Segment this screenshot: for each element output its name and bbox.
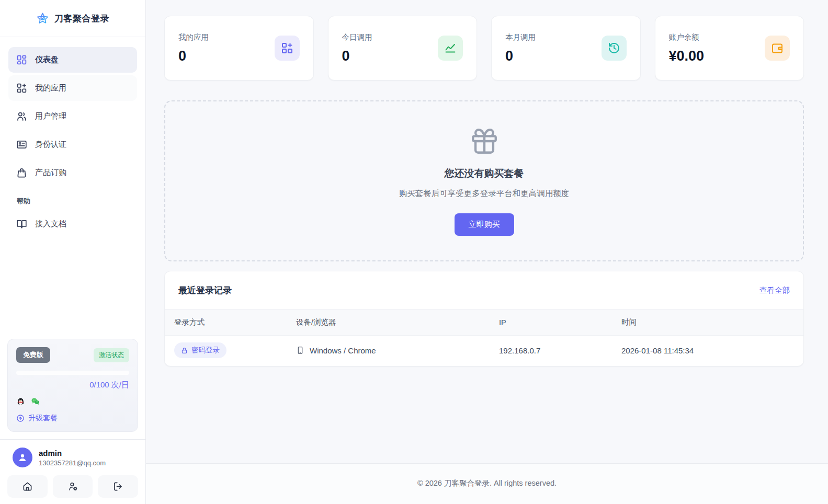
sidebar-spacer (0, 239, 145, 339)
qq-icon (16, 397, 25, 406)
stat-card-my-apps: 我的应用 0 (164, 16, 314, 81)
sidebar-item-label: 用户管理 (35, 111, 66, 121)
gift-icon (469, 126, 500, 156)
upgrade-plan-link[interactable]: 升级套餐 (16, 414, 129, 423)
platform-icons (16, 397, 129, 406)
recent-logins-title: 最近登录记录 (178, 284, 232, 296)
account-settings-button[interactable] (53, 475, 93, 498)
user-gear-icon (68, 482, 78, 491)
column-header-method: 登录方式 (165, 310, 296, 336)
view-all-link[interactable]: 查看全部 (759, 285, 790, 295)
shopping-bag-icon (16, 167, 27, 178)
table-row: 密码登录 Windows / Chrome 192.168.0.7 2026-0… (165, 336, 803, 366)
history-clock-icon (602, 36, 627, 61)
quota-progress-bar (16, 371, 129, 375)
logout-button[interactable] (98, 475, 138, 498)
help-section-label: 帮助 (8, 188, 137, 211)
stat-value: 0 (178, 48, 209, 64)
sidebar-item-user-management[interactable]: 用户管理 (8, 104, 137, 129)
sidebar-item-label: 我的应用 (35, 83, 66, 93)
stats-row: 我的应用 0 今日调用 0 本月调用 0 (164, 16, 804, 81)
sidebar: 刀客聚合登录 仪表盘 我的应用 用户管理 身份认证 (0, 0, 146, 504)
logo: 刀客聚合登录 (0, 0, 145, 37)
app-title: 刀客聚合登录 (54, 13, 109, 25)
trend-chart-icon (438, 36, 463, 61)
apps-plus-icon (16, 83, 27, 94)
user-name: admin (39, 449, 106, 457)
empty-state-title: 您还没有购买套餐 (445, 167, 524, 180)
quota-text: 0/100 次/日 (16, 380, 129, 390)
stat-card-balance: 账户余额 ¥0.00 (655, 16, 804, 81)
stat-label: 今日调用 (342, 32, 372, 42)
stat-card-month-calls: 本月调用 0 (491, 16, 641, 81)
stat-value: 0 (505, 48, 536, 64)
recent-logins-table: 登录方式 设备/浏览器 IP 时间 密码登录 (165, 309, 803, 366)
sidebar-nav: 仪表盘 我的应用 用户管理 身份认证 产品订购 帮助 (0, 37, 145, 239)
logout-icon (113, 482, 123, 491)
stat-label: 我的应用 (178, 32, 209, 42)
copyright-text: © 2026 刀客聚合登录. All rights reserved. (417, 479, 557, 487)
sidebar-item-label: 身份认证 (35, 140, 66, 150)
id-card-icon (16, 139, 27, 150)
apps-plus-icon (275, 36, 300, 61)
sidebar-item-identity-auth[interactable]: 身份认证 (8, 132, 137, 157)
column-header-ip: IP (499, 310, 621, 336)
sidebar-item-label: 产品订购 (35, 168, 66, 178)
home-button[interactable] (7, 475, 48, 498)
footer: © 2026 刀客聚合登录. All rights reserved. (146, 463, 828, 504)
user-section: admin 1302357281@qq.com (0, 439, 145, 504)
wechat-icon (31, 397, 40, 406)
plan-card: 免费版 激活状态 0/100 次/日 升级套餐 (7, 339, 138, 432)
sidebar-item-docs[interactable]: 接入文档 (8, 211, 137, 237)
sidebar-item-label: 仪表盘 (35, 55, 59, 65)
smartphone-icon (296, 346, 304, 354)
plan-status-badge: 激活状态 (94, 348, 129, 362)
star-logo-icon (36, 12, 49, 25)
sidebar-item-product-order[interactable]: 产品订购 (8, 160, 137, 186)
book-open-icon (16, 219, 27, 230)
users-icon (16, 111, 27, 122)
plan-name-badge: 免费版 (16, 347, 50, 363)
stat-value: ¥0.00 (669, 48, 705, 64)
sidebar-item-my-apps[interactable]: 我的应用 (8, 75, 137, 101)
column-header-time: 时间 (621, 310, 803, 336)
avatar (13, 448, 32, 467)
recent-logins-card: 最近登录记录 查看全部 登录方式 设备/浏览器 IP 时间 (164, 271, 804, 366)
empty-state-subtitle: 购买套餐后可享受更多登录平台和更高调用额度 (399, 188, 570, 199)
stat-card-today-calls: 今日调用 0 (328, 16, 478, 81)
upgrade-label: 升级套餐 (28, 414, 58, 423)
login-method-badge: 密码登录 (174, 342, 226, 358)
main-content: 我的应用 0 今日调用 0 本月调用 0 (146, 0, 828, 504)
stat-label: 本月调用 (505, 32, 536, 42)
lock-icon (181, 347, 188, 354)
no-package-panel: 您还没有购买套餐 购买套餐后可享受更多登录平台和更高调用额度 立即购买 (164, 100, 804, 261)
user-email: 1302357281@qq.com (39, 459, 106, 467)
home-icon (22, 482, 32, 491)
wallet-icon (765, 36, 790, 61)
device-cell: Windows / Chrome (296, 346, 499, 355)
ip-cell: 192.168.0.7 (499, 336, 621, 366)
column-header-device: 设备/浏览器 (296, 310, 499, 336)
stat-label: 账户余额 (669, 32, 705, 42)
sidebar-item-dashboard[interactable]: 仪表盘 (8, 47, 137, 73)
buy-now-button[interactable]: 立即购买 (455, 213, 514, 236)
circle-arrow-up-icon (16, 414, 25, 422)
time-cell: 2026-01-08 11:45:34 (621, 336, 803, 366)
stat-value: 0 (342, 48, 372, 64)
dashboard-icon (16, 54, 27, 65)
sidebar-item-label: 接入文档 (35, 219, 66, 229)
